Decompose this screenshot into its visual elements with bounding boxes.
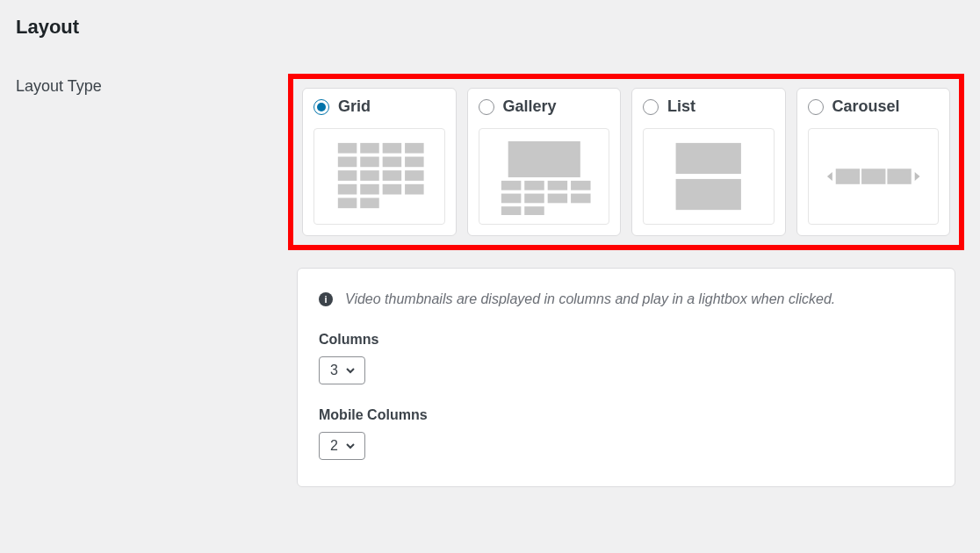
radio-list[interactable] xyxy=(643,99,659,115)
svg-rect-16 xyxy=(338,198,357,208)
highlighted-options: Grid xyxy=(288,74,964,250)
row-layout-type: Layout Type Grid xyxy=(16,74,964,487)
svg-rect-0 xyxy=(338,143,357,154)
radio-grid[interactable] xyxy=(313,99,329,115)
mobile-columns-field: Mobile Columns 2 xyxy=(319,407,933,460)
info-line: i Video thumbnails are displayed in colu… xyxy=(319,291,933,307)
radio-carousel[interactable] xyxy=(808,99,824,115)
svg-rect-1 xyxy=(360,143,379,154)
columns-select[interactable]: 3 xyxy=(319,356,365,384)
grid-preview-icon xyxy=(313,128,445,225)
mobile-columns-label: Mobile Columns xyxy=(319,407,933,423)
info-icon: i xyxy=(319,292,333,306)
svg-rect-13 xyxy=(360,184,379,195)
gallery-preview-icon xyxy=(479,128,610,225)
svg-rect-18 xyxy=(508,141,580,177)
mobile-columns-select[interactable]: 2 xyxy=(319,432,365,460)
svg-rect-21 xyxy=(547,181,566,190)
svg-rect-22 xyxy=(571,181,590,190)
radio-gallery[interactable] xyxy=(479,99,494,115)
carousel-preview-icon xyxy=(808,128,940,225)
svg-rect-27 xyxy=(501,206,520,215)
svg-rect-23 xyxy=(501,194,520,204)
svg-rect-26 xyxy=(571,194,590,204)
svg-rect-28 xyxy=(524,206,544,215)
columns-label: Columns xyxy=(319,332,933,348)
svg-rect-6 xyxy=(383,157,402,168)
layout-option-list[interactable]: List xyxy=(631,88,786,236)
svg-rect-24 xyxy=(524,194,544,204)
info-text: Video thumbnails are displayed in column… xyxy=(345,291,835,307)
svg-rect-15 xyxy=(405,184,424,195)
svg-rect-7 xyxy=(405,157,424,168)
list-preview-icon xyxy=(643,128,775,225)
svg-marker-35 xyxy=(914,172,919,181)
chevron-down-icon xyxy=(345,365,356,376)
mobile-columns-value: 2 xyxy=(330,438,338,454)
layout-details-panel: i Video thumbnails are displayed in colu… xyxy=(297,268,955,487)
svg-rect-17 xyxy=(360,198,379,208)
svg-rect-30 xyxy=(676,179,741,210)
svg-rect-29 xyxy=(676,143,741,174)
svg-rect-8 xyxy=(338,170,357,181)
layout-type-label: Layout Type xyxy=(16,74,297,487)
svg-rect-34 xyxy=(887,169,911,184)
svg-rect-33 xyxy=(861,169,885,184)
svg-rect-5 xyxy=(360,157,379,168)
svg-marker-31 xyxy=(826,172,832,181)
layout-option-grid-label: Grid xyxy=(338,97,371,116)
svg-rect-3 xyxy=(405,143,424,154)
svg-rect-9 xyxy=(360,170,379,181)
layout-option-carousel[interactable]: Carousel xyxy=(796,88,951,236)
svg-rect-32 xyxy=(835,169,859,184)
section-title: Layout xyxy=(16,16,964,39)
layout-option-list-label: List xyxy=(667,97,695,116)
layout-option-gallery[interactable]: Gallery xyxy=(467,88,622,236)
layout-type-content: Grid xyxy=(297,74,955,487)
columns-value: 3 xyxy=(330,363,338,378)
svg-rect-4 xyxy=(338,157,357,168)
layout-options: Grid xyxy=(302,88,950,236)
svg-rect-10 xyxy=(383,170,402,181)
svg-rect-12 xyxy=(338,184,357,195)
svg-rect-14 xyxy=(383,184,402,195)
layout-option-carousel-label: Carousel xyxy=(832,97,900,116)
layout-option-grid[interactable]: Grid xyxy=(302,88,457,236)
svg-rect-19 xyxy=(501,181,520,190)
chevron-down-icon xyxy=(345,441,356,451)
svg-rect-11 xyxy=(405,170,424,181)
svg-rect-20 xyxy=(524,181,544,190)
svg-rect-25 xyxy=(547,194,566,204)
svg-rect-2 xyxy=(383,143,402,154)
layout-option-gallery-label: Gallery xyxy=(503,97,557,116)
columns-field: Columns 3 xyxy=(319,332,933,384)
